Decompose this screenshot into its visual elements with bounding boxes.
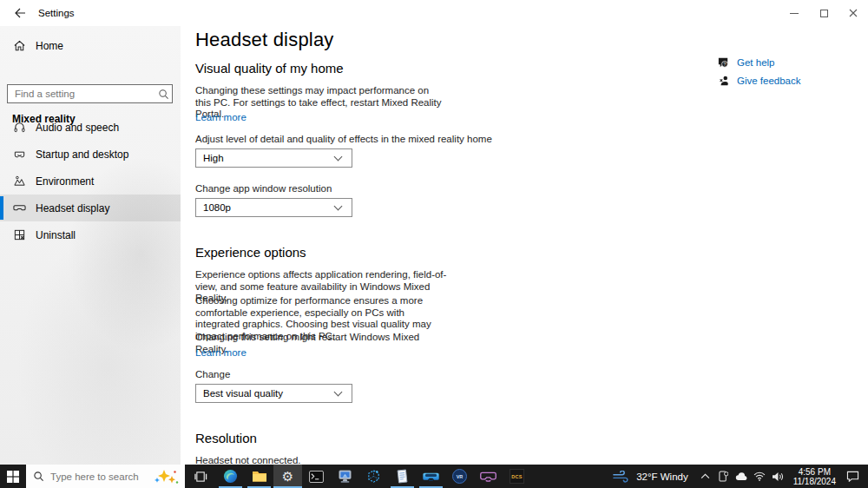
sidebar-item-label: Startup and desktop [36,148,128,161]
maximize-button[interactable] [809,0,838,26]
start-button[interactable] [0,465,26,488]
taskbar-app-settings[interactable]: ⚙ [273,465,302,488]
taskbar-app-notepad[interactable] [388,465,417,488]
copilot-sparkle-icon[interactable] [154,469,180,485]
taskbar-app-vr-headset-tool[interactable] [474,465,503,488]
sidebar-item-label: Headset display [36,202,109,214]
maximize-icon [820,10,828,17]
phone-icon [719,471,728,482]
sidebar-item-label: Audio and speech [36,122,119,134]
weather-text: 32°F Windy [636,472,688,482]
sidebar-item-home[interactable]: Home [0,32,181,59]
svg-text:?: ? [723,62,726,67]
give-feedback-link[interactable]: Give feedback [717,74,801,87]
system-tray: 32°F Windy [605,465,868,488]
taskbar-clock[interactable]: 4:56 PM 11/18/2024 [787,467,842,486]
taskbar-app-mixed-reality-portal[interactable] [417,465,445,488]
taskbar-app-command-prompt[interactable] [302,465,331,488]
taskbar-app-vr[interactable]: VR [445,465,474,488]
app-resolution-label: Change app window resolution [195,183,332,194]
vr-headset-outline-icon [480,470,496,483]
dcs-icon: DCS [510,469,524,484]
change-dropdown[interactable]: Best visual quality [195,384,352,403]
window-title: Settings [38,0,75,26]
close-button[interactable] [838,0,868,26]
sidebar-item-headset-display[interactable]: Headset display [0,195,181,221]
clock-time: 4:56 PM [793,467,836,477]
taskbar-app-3d-viewer[interactable] [359,465,388,488]
visual-quality-heading: Visual quality of my home [195,61,344,76]
taskbar-search-input[interactable] [44,472,154,482]
experience-options-heading: Experience options [195,245,306,260]
get-help-icon: ? [717,56,730,69]
volume-tray-icon[interactable] [771,465,786,488]
remote-computer-icon [338,470,352,484]
cloud-icon [735,472,748,481]
title-bar: Settings [0,0,868,26]
settings-gear-icon: ⚙ [282,470,293,483]
detail-quality-label: Adjust level of detail and quality of ef… [195,134,492,144]
vr-app-icon: VR [452,469,467,484]
search-icon[interactable] [155,89,172,100]
sidebar-item-environment[interactable]: Environment [0,168,181,195]
chevron-up-icon [700,473,710,479]
get-help-link[interactable]: ? Get help [717,56,774,69]
command-prompt-icon [309,471,324,483]
back-button[interactable] [5,0,35,26]
phone-link-tray-icon[interactable] [716,465,731,488]
resolution-heading: Resolution [195,431,257,445]
taskbar-app-edge[interactable] [216,465,245,488]
sidebar-item-label: Home [36,40,63,52]
3d-viewer-icon [366,469,381,484]
minimize-button[interactable] [779,0,809,26]
page-title: Headset display [195,29,334,51]
taskbar-app-remote-computer[interactable] [331,465,359,488]
settings-search[interactable] [7,84,173,103]
detail-quality-value: High [196,153,335,163]
taskbar-weather-widget[interactable]: 32°F Windy [605,471,696,483]
windows-logo-icon [7,471,19,483]
mixed-reality-portal-icon [423,470,439,483]
settings-window: Settings Home Mixed reality [0,0,868,488]
windy-weather-icon [613,471,630,483]
task-view-icon [194,471,207,483]
sidebar-item-startup-and-desktop[interactable]: Startup and desktop [0,141,181,168]
taskbar-app-file-explorer[interactable] [245,465,273,488]
app-resolution-value: 1080p [196,202,335,213]
tray-expand-button[interactable] [698,465,713,488]
speaker-icon [772,472,784,482]
uninstall-icon [12,228,26,242]
back-arrow-icon [14,8,26,18]
onedrive-tray-icon[interactable] [734,465,749,488]
startup-desktop-icon [12,148,26,162]
sidebar-item-audio-and-speech[interactable]: Audio and speech [0,114,181,141]
notepad-icon [396,469,409,484]
file-explorer-icon [252,470,267,483]
learn-more-link-2[interactable]: Learn more [195,347,247,358]
settings-sidebar: Home Mixed reality Audio and speech Star… [0,26,181,465]
wifi-tray-icon[interactable] [753,465,767,488]
give-feedback-label: Give feedback [737,76,801,86]
taskbar-app-dcs[interactable]: DCS [503,465,531,488]
search-input[interactable] [8,89,155,99]
wifi-icon [753,472,766,481]
learn-more-link-1[interactable]: Learn more [195,112,247,122]
edge-icon [223,469,238,484]
sidebar-item-uninstall[interactable]: Uninstall [0,221,181,248]
app-resolution-dropdown[interactable]: 1080p [195,198,352,217]
taskbar-search[interactable] [26,465,185,488]
chevron-down-icon [334,153,343,162]
action-center-button[interactable] [842,465,863,488]
change-value: Best visual quality [196,388,335,399]
task-view-button[interactable] [185,465,216,488]
sidebar-item-label: Uninstall [36,229,76,241]
taskbar-search-icon [33,471,44,482]
detail-quality-dropdown[interactable]: High [195,148,352,168]
audio-speech-icon [12,121,26,135]
close-icon [849,9,858,17]
environment-icon [12,175,26,188]
home-icon [12,39,26,53]
clock-date: 11/18/2024 [793,477,836,486]
sidebar-item-label: Environment [36,175,94,188]
minimize-icon [790,13,799,14]
